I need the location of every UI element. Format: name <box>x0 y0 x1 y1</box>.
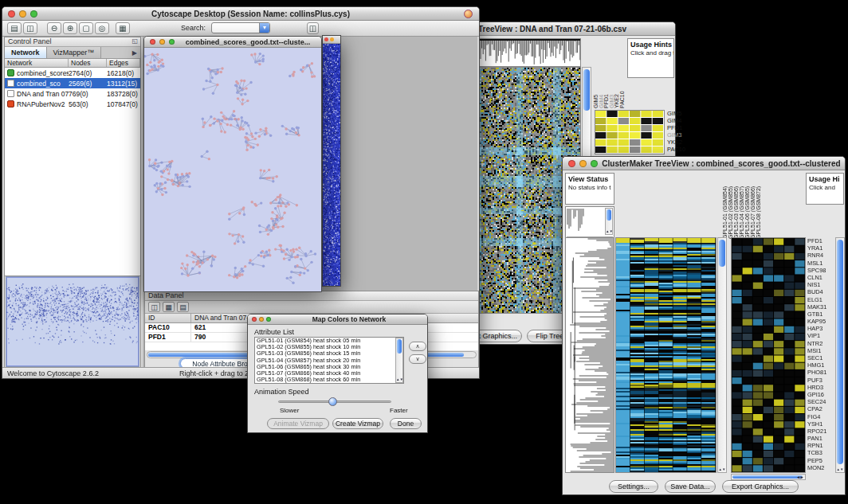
move-down-button[interactable]: ∨ <box>409 354 426 364</box>
gene-label[interactable]: SEC24 <box>807 398 834 405</box>
tab-vizmapper[interactable]: VizMapper™ <box>47 47 102 58</box>
network-row[interactable]: combined_scores 2764(0) 16218(0) <box>5 68 140 78</box>
maximize-button[interactable] <box>169 39 175 45</box>
float-panel-icon[interactable]: ◱ <box>132 37 138 45</box>
create-vizmap-button[interactable]: Create Vizmap <box>332 418 383 429</box>
birdseye-view[interactable] <box>6 276 139 367</box>
gene-label[interactable]: KAP95 <box>807 318 834 325</box>
titlebar[interactable] <box>323 36 340 44</box>
gene-label[interactable]: PFD1 <box>667 124 691 131</box>
grid-layout-button[interactable]: ▦ <box>116 22 130 34</box>
treeview-combined-titlebar[interactable]: ClusterMaker TreeView : combined_scores_… <box>563 157 845 170</box>
gene-label[interactable]: BUD4 <box>807 288 834 295</box>
settings-button[interactable]: Settings... <box>609 480 658 493</box>
zoom-heatmap-canvas[interactable] <box>732 238 805 472</box>
gene-label[interactable]: MAK31 <box>807 303 834 311</box>
gene-label[interactable]: GIM3 <box>667 131 691 139</box>
export-graphics-button[interactable]: Export Graphics... <box>722 480 799 493</box>
scroll-thumb[interactable] <box>583 69 590 111</box>
close-button[interactable] <box>568 160 575 167</box>
gene-label[interactable]: PEP5 <box>807 457 834 464</box>
gene-label[interactable]: NIS1 <box>807 281 834 288</box>
navigator-vscrollbar[interactable] <box>605 208 613 235</box>
heatmap-vscrollbar[interactable] <box>717 237 727 473</box>
network-overview-canvas[interactable] <box>6 277 139 366</box>
gene-label[interactable]: VIP1 <box>807 332 834 339</box>
gene-label[interactable]: YKE2 <box>667 139 691 146</box>
zoom-vscrollbar[interactable] <box>835 237 845 473</box>
gene-label[interactable]: CLN1 <box>807 274 834 281</box>
close-button[interactable] <box>8 10 15 18</box>
column-header-nodes[interactable]: Nodes <box>69 59 107 67</box>
scroll-thumb[interactable] <box>607 209 611 221</box>
move-up-button[interactable]: ∧ <box>409 342 426 351</box>
column-header-id[interactable]: ID <box>145 314 191 322</box>
gene-label[interactable]: FIG4 <box>807 413 834 420</box>
tab-network[interactable]: Network <box>5 47 47 58</box>
gene-label[interactable]: HRD3 <box>807 384 834 391</box>
attribute-item[interactable]: GPL51-06 (GSM865) heat shock 30 min <box>255 364 395 370</box>
zoom-fit-button[interactable]: ▢ <box>79 22 93 34</box>
attribute-item[interactable]: GPL51-07 (GSM866) heat shock 40 min <box>255 370 395 377</box>
list-vscrollbar[interactable] <box>395 338 403 383</box>
minimize-button[interactable] <box>259 317 264 322</box>
maximize-button[interactable] <box>30 10 37 18</box>
network-row-selected[interactable]: combined_sco 2569(6) 13112(15) <box>5 78 140 88</box>
gene-label[interactable]: CPA2 <box>807 405 834 412</box>
dialog-titlebar[interactable]: Map Colors to Network <box>248 315 427 325</box>
row-dendrogram-canvas[interactable] <box>566 238 614 472</box>
attribute-item[interactable]: GPL51-08 (GSM868) heat shock 60 min <box>255 377 395 383</box>
attribute-listbox[interactable]: GPL51-01 (GSM854) heat shock 05 minGPL51… <box>254 337 404 384</box>
save-session-button[interactable]: ◫ <box>23 22 37 34</box>
attribute-item[interactable]: GPL51-03 (GSM856) heat shock 15 min <box>255 350 395 357</box>
network-view-canvas[interactable] <box>144 48 321 291</box>
gene-label[interactable]: MSI1 <box>807 347 834 354</box>
zoom-selected-button[interactable]: ◎ <box>95 22 109 34</box>
dense-network-canvas[interactable] <box>323 44 340 286</box>
network-window-titlebar[interactable]: combined_scores_good.txt--cluste... <box>144 37 321 48</box>
select-attributes-button[interactable]: ◫ <box>148 302 160 312</box>
annotation-button[interactable]: ◫ <box>307 22 319 34</box>
gene-label[interactable]: PAN1 <box>807 435 834 442</box>
gene-label[interactable]: GPI16 <box>807 391 834 398</box>
gene-label[interactable]: GTB1 <box>807 311 834 318</box>
maximize-button[interactable] <box>591 160 598 167</box>
gene-label[interactable]: MON2 <box>807 464 834 471</box>
attribute-item[interactable]: GPL51-04 (GSM857) heat shock 20 min <box>255 357 395 364</box>
gene-label[interactable]: MSL1 <box>807 260 834 267</box>
close-button[interactable] <box>324 37 328 41</box>
gene-label[interactable]: NTR2 <box>807 340 834 347</box>
scroll-thumb[interactable] <box>397 339 402 354</box>
gene-label[interactable]: PHO81 <box>807 369 834 376</box>
open-session-button[interactable]: ▤ <box>7 22 22 34</box>
zoom-out-button[interactable]: ⊖ <box>47 22 61 34</box>
main-titlebar[interactable]: Cytoscape Desktop (Session Name: collins… <box>2 7 479 21</box>
gene-label[interactable]: RNR4 <box>807 252 834 259</box>
close-button[interactable] <box>150 39 155 45</box>
gene-label[interactable]: YRA1 <box>807 244 834 252</box>
gene-label[interactable]: YSH1 <box>807 420 834 428</box>
scroll-thumb[interactable] <box>837 240 843 464</box>
zoom-hscrollbar[interactable] <box>731 474 806 480</box>
gene-label[interactable]: TCB3 <box>807 449 834 456</box>
attribute-db-button[interactable]: ▤ <box>177 302 189 312</box>
heatmap-canvas[interactable] <box>616 238 716 472</box>
tab-overflow-button[interactable]: ▶ <box>129 47 140 58</box>
gene-label[interactable]: HMG1 <box>807 361 834 369</box>
minimize-button[interactable] <box>579 160 587 167</box>
gene-label[interactable]: ELG1 <box>807 296 834 303</box>
minimize-button[interactable] <box>19 10 26 18</box>
gene-label[interactable]: PUF3 <box>807 377 834 384</box>
search-combobox[interactable]: ▾ <box>211 22 270 33</box>
navigator-canvas[interactable] <box>566 207 603 234</box>
save-data-button[interactable]: Save Data... <box>665 480 716 493</box>
attribute-table-button[interactable]: ▦ <box>163 302 175 312</box>
close-button[interactable] <box>252 317 257 322</box>
minimize-button[interactable] <box>159 39 165 45</box>
zoom-in-button[interactable]: ⊕ <box>63 22 77 34</box>
attribute-item[interactable]: GPL51-01 (GSM854) heat shock 05 min <box>255 338 395 344</box>
scroll-thumb[interactable] <box>732 475 803 479</box>
slider-knob[interactable] <box>328 397 337 406</box>
gene-label[interactable]: HAP3 <box>807 325 834 332</box>
gene-label[interactable]: PFD1 <box>807 237 834 244</box>
